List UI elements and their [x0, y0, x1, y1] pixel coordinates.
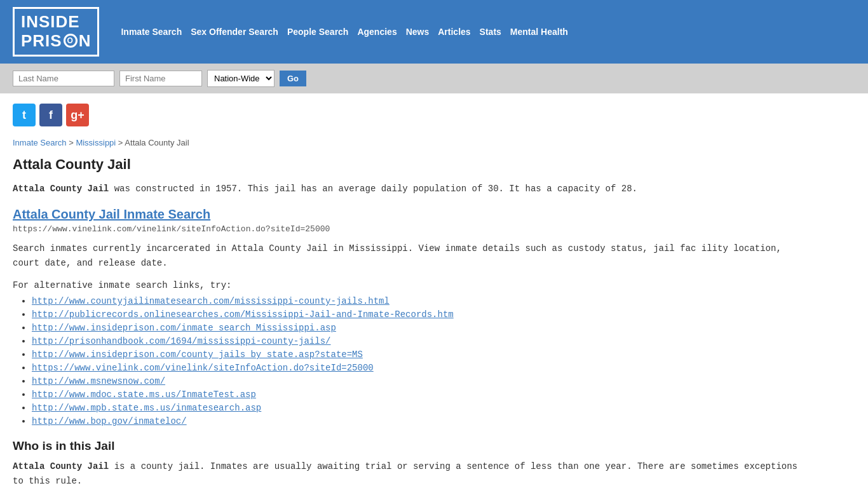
- breadcrumb-current: Attala County Jail: [125, 138, 189, 147]
- facebook-icon[interactable]: f: [39, 104, 62, 126]
- nav-item-stats[interactable]: Stats: [477, 25, 504, 38]
- go-button[interactable]: Go: [280, 71, 306, 86]
- list-item: http://www.insideprison.com/county_jails…: [32, 349, 813, 360]
- intro-bold: Attala County Jail: [13, 184, 109, 194]
- breadcrumb-separator1: >: [69, 138, 76, 147]
- alt-link[interactable]: http://www.mpb.state.ms.us/inmatesearch.…: [32, 403, 261, 413]
- who-text: Attala County Jail is a county jail. Inm…: [13, 459, 813, 488]
- twitter-icon[interactable]: t: [13, 104, 36, 126]
- nav-item-inmate-search[interactable]: Inmate Search: [118, 25, 184, 38]
- list-item: http://prisonhandbook.com/1694/mississip…: [32, 336, 813, 346]
- inmate-search-link[interactable]: Attala County Jail Inmate Search: [13, 207, 813, 222]
- nav-item-agencies[interactable]: Agencies: [355, 25, 399, 38]
- scope-select[interactable]: Nation-Wide: [207, 70, 275, 87]
- who-rest: is a county jail. Inmates are usually aw…: [13, 461, 797, 485]
- list-item: http://www.insideprison.com/inmate_searc…: [32, 322, 813, 333]
- nav-item-sex-offender-search[interactable]: Sex Offender Search: [188, 25, 281, 38]
- nav-item-articles[interactable]: Articles: [435, 25, 473, 38]
- list-item: http://www.mpb.state.ms.us/inmatesearch.…: [32, 402, 813, 413]
- logo-circle-letter: O: [67, 36, 74, 45]
- alt-link[interactable]: http://www.countyjailinmatesearch.com/mi…: [32, 296, 390, 306]
- alt-links-intro: For alternative inmate search links, try…: [13, 280, 813, 290]
- nav-item-people-search[interactable]: People Search: [285, 25, 351, 38]
- vinelink-url: https://www.vinelink.com/vinelink/siteIn…: [13, 224, 813, 234]
- intro-rest: was constructed in 1957. This jail has a…: [109, 184, 637, 194]
- alt-link[interactable]: http://publicrecords.onlinesearches.com/…: [32, 309, 454, 320]
- alt-links-list: http://www.countyjailinmatesearch.com/mi…: [13, 295, 813, 426]
- alt-link[interactable]: http://www.insideprison.com/county_jails…: [32, 349, 363, 360]
- list-item: http://www.mdoc.state.ms.us/InmateTest.a…: [32, 389, 813, 400]
- list-item: http://www.msnewsnow.com/: [32, 376, 813, 386]
- breadcrumb-separator2: >: [118, 138, 125, 147]
- breadcrumb-mississippi[interactable]: Mississippi: [76, 138, 116, 147]
- social-icons: t f g+: [0, 93, 868, 132]
- alt-link[interactable]: http://www.mdoc.state.ms.us/InmateTest.a…: [32, 390, 256, 400]
- search-bar: Nation-Wide Go: [0, 64, 868, 93]
- breadcrumb: Inmate Search > Mississippi > Attala Cou…: [13, 138, 813, 147]
- logo-n: N: [79, 31, 92, 51]
- alt-link[interactable]: http://www.insideprison.com/inmate_searc…: [32, 323, 336, 333]
- logo-circle: O: [64, 34, 78, 48]
- first-name-input[interactable]: [119, 71, 202, 86]
- logo-line1: INSIDE: [21, 13, 91, 31]
- list-item: https://www.vinelink.com/vinelink/siteIn…: [32, 362, 813, 373]
- site-logo[interactable]: INSIDE PRIS O N: [13, 7, 99, 57]
- who-section-title: Who is in this Jail: [13, 439, 813, 453]
- last-name-input[interactable]: [13, 71, 114, 86]
- google-plus-icon[interactable]: g+: [66, 104, 89, 126]
- site-header: INSIDE PRIS O N Inmate SearchSex Offende…: [0, 0, 868, 64]
- list-item: http://publicrecords.onlinesearches.com/…: [32, 309, 813, 320]
- alt-link[interactable]: http://www.msnewsnow.com/: [32, 376, 165, 386]
- alt-link[interactable]: http://www.bop.gov/inmateloc/: [32, 416, 187, 426]
- alt-link[interactable]: http://prisonhandbook.com/1694/mississip…: [32, 336, 330, 346]
- breadcrumb-inmate-search[interactable]: Inmate Search: [13, 138, 67, 147]
- search-description: Search inmates currently incarcerated in…: [13, 241, 813, 270]
- alt-link[interactable]: https://www.vinelink.com/vinelink/siteIn…: [32, 363, 374, 373]
- main-nav: Inmate SearchSex Offender SearchPeople S…: [118, 25, 570, 38]
- list-item: http://www.bop.gov/inmateloc/: [32, 416, 813, 426]
- nav-item-mental-health[interactable]: Mental Health: [508, 25, 571, 38]
- logo-line2: PRIS O N: [21, 31, 91, 51]
- logo-pris: PRIS: [21, 31, 62, 51]
- intro-paragraph: Attala County Jail was constructed in 19…: [13, 182, 813, 196]
- nav-item-news[interactable]: News: [403, 25, 432, 38]
- who-bold: Attala County Jail: [13, 461, 109, 471]
- page-title: Attala County Jail: [13, 156, 813, 173]
- list-item: http://www.countyjailinmatesearch.com/mi…: [32, 295, 813, 306]
- main-content: Inmate Search > Mississippi > Attala Cou…: [0, 132, 826, 488]
